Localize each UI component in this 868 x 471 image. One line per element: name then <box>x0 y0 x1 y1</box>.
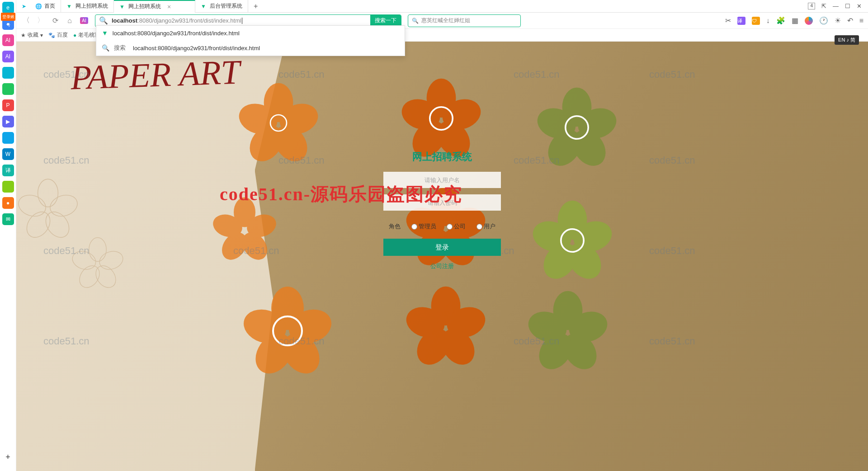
sun-icon[interactable]: ☀ <box>835 16 841 25</box>
undo-icon[interactable]: ↶ <box>847 16 853 25</box>
window-controls: 4 ⇱ — ☐ ✕ <box>808 3 868 9</box>
suggestion-text: localhost:8080/django2w931/front/dist/in… <box>133 45 260 52</box>
suggestion-text: localhost:8080/django2w931/front/dist/in… <box>113 30 240 37</box>
scissors-icon[interactable]: ✂ <box>725 16 731 25</box>
sidebar-add-button[interactable]: + <box>5 452 10 462</box>
svg-point-55 <box>89 238 106 262</box>
svg-point-57 <box>92 262 120 290</box>
tab-count-badge[interactable]: 4 <box>808 3 815 9</box>
tab-label: 网上招聘系统 <box>128 3 161 10</box>
forward-button[interactable]: 〉 <box>35 15 46 26</box>
tab-label: 首页 <box>44 2 55 10</box>
flower-decoration <box>527 290 609 372</box>
extension-icon[interactable]: 🧩 <box>776 16 785 25</box>
bookmark-baidu[interactable]: 🐾百度 <box>48 31 68 39</box>
sidebar-app-icon-5[interactable] <box>2 67 14 79</box>
login-form: 网上招聘系统 角色 管理员 公司 用户 登录 公司注册 <box>383 150 501 270</box>
sidebar-app-icon-11[interactable]: 译 <box>2 165 14 176</box>
flower-decoration <box>536 87 618 168</box>
search-placeholder: 惠英红喊全红婵红姐 <box>421 17 470 24</box>
svg-point-58 <box>75 262 104 290</box>
reload-button[interactable]: ⟳ <box>50 15 61 26</box>
page-content: PAPER ART 网上招聘系统 角色 管理员 公司 用户 登录 公司注册 <box>16 42 868 471</box>
watermark: code51.cn <box>43 335 90 347</box>
flower-decoration <box>401 78 482 159</box>
svg-point-50 <box>38 179 58 207</box>
sidebar-app-icon-14[interactable]: ✉ <box>2 213 14 225</box>
translate-icon[interactable]: 译 <box>737 17 745 25</box>
login-title: 网上招聘系统 <box>383 150 501 164</box>
vue-icon: ▼ <box>201 3 207 9</box>
minimize-button[interactable]: — <box>833 3 839 9</box>
flower-decoration <box>532 200 613 281</box>
browser-sidebar: e ● AI AI P ▶ W 译 ● ✉ + <box>0 0 16 471</box>
role-company[interactable]: 公司 <box>447 222 466 231</box>
tab-home[interactable]: 🌐 首页 <box>30 0 61 13</box>
tab-recruit-2-active[interactable]: ▼ 网上招聘系统 × <box>114 0 195 13</box>
suggestion-url[interactable]: ▼ localhost:8080/django2w931/front/dist/… <box>96 26 405 40</box>
suggestion-label: 搜索 <box>114 44 126 52</box>
sidebar-app-icon-9[interactable] <box>2 132 14 144</box>
sidebar-app-icon-4[interactable]: AI <box>2 51 14 62</box>
svg-point-53 <box>22 207 55 240</box>
role-user[interactable]: 用户 <box>476 222 495 231</box>
sidebar-app-icon-1[interactable]: e <box>2 2 14 14</box>
flower-decoration <box>405 286 486 367</box>
flower-outline <box>71 236 125 290</box>
flower-decoration <box>242 286 333 376</box>
role-selector: 角色 管理员 公司 用户 <box>383 222 501 231</box>
login-submit-button[interactable]: 登录 <box>383 239 501 256</box>
company-register-link[interactable]: 公司注册 <box>383 262 501 270</box>
home-button[interactable]: ⌂ <box>64 15 75 26</box>
vue-icon: ▼ <box>102 29 108 37</box>
maximize-button[interactable]: ☐ <box>845 3 850 9</box>
search-button[interactable]: 搜索一下 <box>370 15 401 27</box>
role-admin[interactable]: 管理员 <box>411 222 436 231</box>
secondary-search[interactable]: 🔍 惠英红喊全红婵红姐 <box>408 14 521 27</box>
download-icon[interactable]: ↓ <box>766 17 770 25</box>
sidebar-app-icon-8[interactable]: ▶ <box>2 116 14 127</box>
clock-icon[interactable]: 🕐 <box>819 16 828 25</box>
apps-icon[interactable]: ▦ <box>792 16 798 25</box>
suggestion-search[interactable]: 🔍 搜索 localhost:8080/django2w931/front/di… <box>96 40 405 56</box>
language-badge[interactable]: EN ♪ 简 <box>835 35 859 45</box>
sidebar-app-icon-10[interactable]: W <box>2 148 14 160</box>
favorites-button[interactable]: ★ 收藏 ▾ <box>21 31 43 39</box>
sidebar-app-icon-7[interactable]: P <box>2 99 14 111</box>
tab-label: 后台管理系统 <box>210 2 242 10</box>
tab-admin[interactable]: ▼ 后台管理系统 <box>195 0 248 13</box>
password-input[interactable] <box>383 194 501 211</box>
search-icon: 🔍 <box>102 44 109 52</box>
close-icon[interactable]: × <box>167 3 171 10</box>
window-btn-1[interactable]: ⇱ <box>821 3 826 9</box>
globe-icon: 🌐 <box>35 3 42 9</box>
address-suggestions-dropdown: ▼ localhost:8080/django2w931/front/dist/… <box>96 25 405 56</box>
new-tab-button[interactable]: + <box>248 2 263 10</box>
ai-button[interactable]: AI <box>79 15 90 26</box>
sidebar-app-icon-13[interactable]: ● <box>2 197 14 209</box>
circle-icon[interactable] <box>805 17 813 25</box>
vue-icon: ▼ <box>119 4 126 10</box>
url-path: :8080/django2w931/front/dist/index.html <box>137 17 241 24</box>
watermark: code51.cn <box>43 155 90 166</box>
back-button[interactable]: 〈 <box>21 15 32 26</box>
close-window-button[interactable]: ✕ <box>857 3 862 9</box>
flower-decoration <box>238 82 319 164</box>
shield-icon[interactable]: 🛡 <box>752 17 760 25</box>
search-icon: 🔍 <box>95 16 112 25</box>
sidebar-app-icon-3[interactable]: AI <box>2 34 14 46</box>
url-domain: localhost <box>112 17 137 24</box>
tab-recruit-1[interactable]: ▼ 网上招聘系统 <box>61 0 114 13</box>
nav-compass-icon[interactable]: ➤ <box>18 0 30 13</box>
vue-icon: ▼ <box>66 3 73 9</box>
flower-outline <box>16 177 80 240</box>
sidebar-app-icon-6[interactable] <box>2 83 14 95</box>
menu-icon[interactable]: ≡ <box>859 17 863 25</box>
flower-decoration <box>211 195 278 263</box>
sidebar-app-icon-12[interactable] <box>2 181 14 193</box>
login-badge[interactable]: 登录账号 <box>1 13 15 21</box>
role-label: 角色 <box>389 222 401 231</box>
username-input[interactable] <box>383 172 501 188</box>
tab-label: 网上招聘系统 <box>75 2 108 10</box>
paper-art-title: PAPER ART <box>70 52 241 97</box>
